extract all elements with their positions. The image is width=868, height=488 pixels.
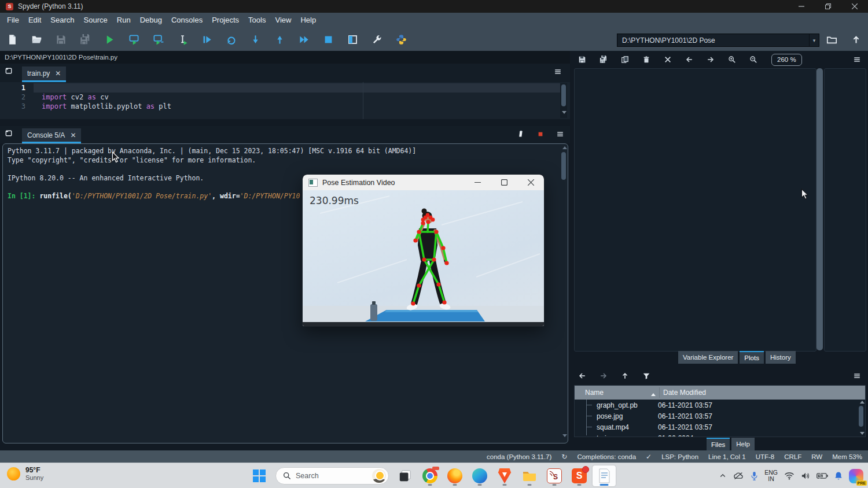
files-options-menu-icon[interactable] xyxy=(853,372,861,380)
column-name[interactable]: Name xyxy=(575,389,659,397)
pose-minimize-icon[interactable] xyxy=(464,175,491,190)
bing-daily-icon[interactable] xyxy=(372,469,386,483)
tab-console-5a[interactable]: Console 5/A ✕ xyxy=(22,128,81,143)
tab-variable-explorer[interactable]: Variable Explorer xyxy=(678,351,738,364)
menu-help[interactable]: Help xyxy=(296,13,321,28)
column-date-modified[interactable]: Date Modified xyxy=(659,387,865,398)
next-plot-button[interactable] xyxy=(704,53,718,66)
menu-edit[interactable]: Edit xyxy=(24,13,46,28)
tab-help[interactable]: Help xyxy=(731,438,755,450)
preferences-button[interactable] xyxy=(369,32,384,47)
step-into-button[interactable] xyxy=(248,32,263,47)
menu-file[interactable]: File xyxy=(2,13,24,28)
file-row-train-py[interactable]: train.py21-06-2024 xyxy=(575,432,865,437)
console-scrollbar[interactable] xyxy=(561,145,567,441)
back-arrow-button[interactable] xyxy=(575,369,589,382)
tab-train-py[interactable]: train.py ✕ xyxy=(22,66,66,82)
tab-plots[interactable]: Plots xyxy=(740,351,764,364)
plots-options-menu-icon[interactable] xyxy=(853,56,861,64)
editor-scrollbar[interactable] xyxy=(560,83,567,118)
files-header[interactable]: Name Date Modified xyxy=(575,386,865,400)
volume-icon[interactable] xyxy=(801,472,810,480)
filter-button[interactable] xyxy=(639,369,653,382)
tray-chevron-up-icon[interactable] xyxy=(719,472,726,479)
edge-taskbar-button[interactable] xyxy=(468,465,491,486)
microphone-icon[interactable] xyxy=(751,471,758,480)
search-input[interactable]: Search xyxy=(275,467,389,485)
code-editor[interactable]: 123 import cv2 as cvimport matplotlib.py… xyxy=(0,82,570,119)
copilot-icon[interactable]: PRE xyxy=(849,469,863,483)
save-all-plots-button[interactable] xyxy=(597,53,610,66)
step-return-button[interactable] xyxy=(272,32,287,47)
save-plot-button[interactable] xyxy=(575,53,589,66)
interpreter-status[interactable]: conda (Python 3.11.7) xyxy=(487,453,551,460)
copy-plot-button[interactable] xyxy=(618,53,632,66)
onedrive-paused-icon[interactable] xyxy=(733,471,744,480)
lsp-status[interactable]: LSP: Python xyxy=(661,453,698,460)
menu-search[interactable]: Search xyxy=(46,13,79,28)
remove-plot-button[interactable] xyxy=(639,53,653,66)
weather-widget[interactable]: 95°F Sunny xyxy=(7,466,43,482)
file-explorer-taskbar-button[interactable] xyxy=(518,465,541,486)
pose-close-icon[interactable] xyxy=(517,175,544,190)
menu-tools[interactable]: Tools xyxy=(244,13,270,28)
editor-options-menu-icon[interactable] xyxy=(554,68,562,76)
firefox-taskbar-button[interactable] xyxy=(443,465,466,486)
notepad-taskbar-button[interactable] xyxy=(593,465,616,486)
maximize-pane-button[interactable] xyxy=(345,32,360,47)
restore-icon[interactable] xyxy=(815,0,841,13)
browse-consoles-icon[interactable] xyxy=(5,129,13,138)
run-file-button[interactable] xyxy=(102,32,117,47)
open-folder-button[interactable] xyxy=(29,32,44,47)
browse-directory-button[interactable] xyxy=(824,32,839,47)
spyder-taskbar-button[interactable]: S xyxy=(543,465,566,486)
close-icon[interactable] xyxy=(841,0,868,13)
file-row-graph-opt-pb[interactable]: 01graph_opt.pb06-11-2021 03:57 xyxy=(575,400,865,411)
menu-projects[interactable]: Projects xyxy=(207,13,244,28)
notifications-bell-icon[interactable] xyxy=(834,471,843,480)
start-button[interactable] xyxy=(248,465,271,486)
new-file-button[interactable] xyxy=(5,32,20,47)
wifi-icon[interactable] xyxy=(784,472,795,480)
zoom-in-button[interactable] xyxy=(725,53,739,66)
run-cell-advance-button[interactable] xyxy=(150,32,165,47)
menu-debug[interactable]: Debug xyxy=(135,13,167,28)
parent-directory-button[interactable] xyxy=(848,32,863,47)
browse-tabs-icon[interactable] xyxy=(5,66,13,75)
battery-charging-icon[interactable] xyxy=(816,472,828,479)
console-options-menu-icon[interactable] xyxy=(556,130,564,138)
task-view-taskbar-button[interactable] xyxy=(393,465,417,486)
file-row-pose-jpg[interactable]: pose.jpg06-11-2021 03:57 xyxy=(575,411,865,422)
files-scrollbar[interactable] xyxy=(858,401,864,437)
zoom-out-button[interactable] xyxy=(746,53,760,66)
minimize-icon[interactable] xyxy=(788,0,815,13)
pose-maximize-icon[interactable] xyxy=(491,175,517,190)
rerun-cell-button[interactable] xyxy=(223,32,238,47)
previous-plot-button[interactable] xyxy=(682,53,696,66)
debug-file-button[interactable] xyxy=(199,32,214,47)
tab-history[interactable]: History xyxy=(766,351,796,364)
run-cell-button[interactable] xyxy=(126,32,141,47)
working-directory-combo[interactable]: D:\PYTHON\PY1001\2D Pose ▾ xyxy=(617,34,819,47)
stop-button[interactable] xyxy=(321,32,336,47)
close-tab-icon[interactable]: ✕ xyxy=(55,70,61,77)
remove-variables-icon[interactable] xyxy=(517,130,525,138)
pose-estimation-window[interactable]: Pose Estimation Video xyxy=(302,174,545,327)
fast-forward-button[interactable] xyxy=(296,32,311,47)
parent-dir-button[interactable] xyxy=(618,369,632,382)
pose-window-titlebar[interactable]: Pose Estimation Video xyxy=(303,175,544,190)
chevron-down-icon[interactable]: ▾ xyxy=(809,34,819,46)
file-row-squat-mp4[interactable]: squat.mp406-11-2021 03:57 xyxy=(575,422,865,432)
menu-run[interactable]: Run xyxy=(112,13,135,28)
brave-taskbar-button[interactable] xyxy=(493,465,516,486)
run-selection-button[interactable] xyxy=(175,32,190,47)
menu-view[interactable]: View xyxy=(270,13,296,28)
plots-scrollbar[interactable] xyxy=(816,68,823,350)
sumatra-taskbar-button[interactable]: S xyxy=(568,465,591,486)
python-env-button[interactable] xyxy=(393,32,409,47)
menu-consoles[interactable]: Consoles xyxy=(167,13,207,28)
chrome-taskbar-button[interactable] xyxy=(418,465,442,486)
interrupt-kernel-icon[interactable] xyxy=(537,131,544,138)
close-console-icon[interactable]: ✕ xyxy=(70,132,76,139)
completions-status[interactable]: Completions: conda xyxy=(577,453,636,460)
